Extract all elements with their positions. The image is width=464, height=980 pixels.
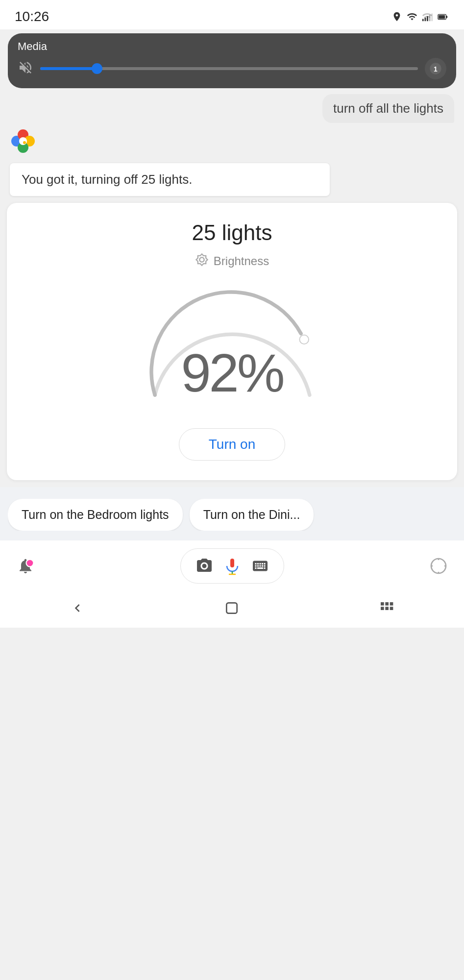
svg-point-14 <box>19 137 27 145</box>
google-mic-icon <box>222 556 243 576</box>
svg-rect-0 <box>422 19 424 22</box>
media-controls[interactable]: 1 <box>18 58 446 79</box>
compass-icon <box>430 557 447 575</box>
suggestion-chip-bedroom[interactable]: Turn on the Bedroom lights <box>8 499 183 531</box>
brightness-label-row: Brightness <box>195 253 269 270</box>
wifi-icon <box>406 11 418 22</box>
svg-rect-26 <box>227 603 237 613</box>
keyboard-icon <box>251 557 269 575</box>
svg-rect-18 <box>230 559 234 567</box>
suggestion-chip-dining[interactable]: Turn on the Dini... <box>190 499 314 531</box>
recents-icon <box>379 600 394 616</box>
suggestions-row: Turn on the Bedroom lights Turn on the D… <box>8 499 456 531</box>
svg-point-17 <box>26 560 34 567</box>
svg-point-21 <box>431 559 446 573</box>
light-count-title: 25 lights <box>192 220 272 245</box>
svg-rect-4 <box>431 14 433 22</box>
svg-point-16 <box>299 335 309 344</box>
user-message-text: turn off all the lights <box>333 101 443 116</box>
suggestions-area: Turn on the Bedroom lights Turn on the D… <box>0 487 464 540</box>
user-bubble: turn off all the lights <box>322 94 454 123</box>
brightness-label-text: Brightness <box>214 254 269 268</box>
svg-rect-30 <box>381 607 384 610</box>
volume-fill <box>40 67 97 70</box>
brightness-value: 92% <box>181 342 283 404</box>
svg-rect-3 <box>429 15 431 21</box>
location-icon <box>391 11 402 22</box>
svg-rect-6 <box>446 16 447 18</box>
signal-icon <box>422 11 433 22</box>
svg-rect-31 <box>385 607 389 610</box>
compass-button[interactable] <box>423 550 454 582</box>
svg-rect-28 <box>385 602 389 606</box>
assistant-response-bubble: You got it, turning off 25 lights. <box>10 163 330 196</box>
keyboard-button[interactable] <box>251 557 269 575</box>
svg-rect-29 <box>390 602 393 606</box>
screenshot-button[interactable] <box>195 557 213 575</box>
svg-rect-7 <box>439 15 445 19</box>
back-button[interactable] <box>70 600 85 616</box>
notification-button[interactable] <box>10 550 41 582</box>
svg-text:1: 1 <box>434 65 438 73</box>
screenshot-icon <box>195 557 213 575</box>
mic-button-group[interactable] <box>180 548 284 584</box>
battery-icon <box>437 11 449 22</box>
status-bar: 10:26 <box>0 0 464 29</box>
assistant-response-text: You got it, turning off 25 lights. <box>22 172 192 187</box>
turn-on-button[interactable]: Turn on <box>179 428 285 461</box>
nav-bar <box>0 591 464 628</box>
google-mic-button[interactable] <box>222 556 243 576</box>
action-bar <box>0 540 464 591</box>
volume-thumb <box>92 63 102 74</box>
media-label: Media <box>18 40 446 53</box>
back-icon <box>70 600 85 616</box>
volume-track[interactable] <box>40 67 418 70</box>
mute-icon[interactable] <box>18 60 33 77</box>
assistant-section: You got it, turning off 25 lights. <box>0 128 464 196</box>
light-control-card[interactable]: 25 lights Brightness 92% Turn on <box>7 203 457 480</box>
user-message-row: turn off all the lights <box>0 94 464 128</box>
google-assistant-logo <box>10 128 36 154</box>
brightness-dial[interactable]: 92% <box>129 281 335 409</box>
status-icons <box>391 11 449 22</box>
svg-rect-32 <box>390 607 393 610</box>
recents-button[interactable] <box>379 600 394 616</box>
status-time: 10:26 <box>15 9 49 24</box>
svg-rect-27 <box>381 602 384 606</box>
notification-icon <box>17 557 34 575</box>
brightness-icon <box>195 253 209 270</box>
svg-rect-2 <box>427 16 428 21</box>
media-app-icon: 1 <box>425 58 446 79</box>
svg-rect-1 <box>425 18 426 21</box>
home-button[interactable] <box>224 600 240 616</box>
home-icon <box>224 600 240 616</box>
svg-point-15 <box>23 141 26 144</box>
media-bar: Media 1 <box>8 33 456 88</box>
